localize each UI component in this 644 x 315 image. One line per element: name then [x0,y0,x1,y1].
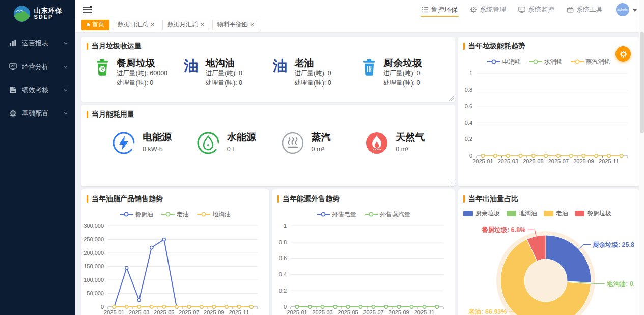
legend-line-marker-icon [317,211,330,218]
energy-item-name: 电能源 [143,131,172,143]
energy-item: 天然气0 m³ [365,131,450,155]
sidebar-item-label: 基础配置 [22,109,63,118]
tab-home[interactable]: 首页 [81,20,109,30]
legend-item-2[interactable]: 蒸汽消耗 [571,58,610,66]
legend-item-0[interactable]: 厨余垃圾 [463,209,500,218]
logo-icon [13,5,31,22]
legend-line-marker-icon [161,211,175,218]
energy-item: 电能源0 kW·h [112,131,197,155]
title-accent-bar [463,195,465,203]
resize-handle[interactable] [449,96,454,101]
app-window: 山东环保 SDEP 运营报表经营分析绩效考核基础配置 鲁控环保系统管理系统监控系… [0,0,644,315]
legend-item-1[interactable]: 外售蒸汽量 [365,210,410,219]
card-title: 当年油脂产品销售趋势 [92,194,163,204]
svg-text:0: 0 [469,153,472,159]
legend-swatch [507,211,516,216]
tab-label: 首页 [92,20,104,29]
svg-text:2025-01: 2025-01 [287,309,307,315]
line-chart-energy-sale: 00.20.40.60.812025-012025-032025-052025-… [272,220,450,315]
legend-item-1[interactable]: 水消耗 [529,58,563,66]
pie-label: 老油: 66.93% [468,308,507,315]
waste-item: 餐厨垃圾进厂量(吨): 60000处理量(吨): 0 [94,58,183,89]
nav-item-lukong-env[interactable]: 鲁控环保 [415,0,464,19]
svg-text:2025-07: 2025-07 [548,158,569,164]
gear-icon [9,109,17,118]
legend-swatch [544,211,553,216]
pie-legend: 厨余垃圾地沟油老油餐厨垃圾 [463,209,639,218]
svg-text:0.4: 0.4 [279,271,287,277]
svg-text:300,000: 300,000 [83,223,104,229]
tab-monthly-summary[interactable]: 数据月汇总× [162,20,209,30]
menu-fold-icon[interactable] [83,5,94,15]
sidebar-item-operations-report[interactable]: 运营报表 [0,32,75,55]
steam-icon [281,131,304,155]
trash-blue-icon [360,58,378,89]
waste-item: 厨余垃圾进厂量(吨): 0处理量(吨): 0 [360,58,450,89]
tab-label: 数据月汇总 [167,20,198,29]
nav-item-system-management[interactable]: 系统管理 [464,0,512,19]
legend-label: 电消耗 [502,58,521,66]
legend-line-marker-icon [365,211,378,218]
waste-item-metric: 处理量(吨): 0 [383,78,422,88]
legend-line-marker-icon [120,211,133,218]
nav-item-label: 系统工具 [576,5,603,14]
close-icon[interactable]: × [250,22,254,28]
sidebar-item-business-analysis[interactable]: 经营分析 [0,55,75,78]
logo-subtitle: SDEP [34,14,63,20]
svg-text:0.4: 0.4 [465,120,472,126]
avatar[interactable]: admin [616,3,629,16]
legend-item-1[interactable]: 地沟油 [507,209,537,218]
sidebar-menu: 运营报表经营分析绩效考核基础配置 [0,27,75,125]
legend-label: 餐厨垃圾 [587,209,611,218]
card-waste-intake: 当月垃圾收运量 餐厨垃圾进厂量(吨): 60000处理量(吨): 0油地沟油进厂… [81,37,455,102]
page-scrollbar-track[interactable] [639,0,644,315]
sidebar: 山东环保 SDEP 运营报表经营分析绩效考核基础配置 [0,0,75,315]
svg-text:2025-07: 2025-07 [363,309,383,315]
waste-item-name: 地沟油 [206,58,242,69]
legend-label: 老油 [556,209,568,218]
svg-text:0.8: 0.8 [465,87,472,93]
legend-item-0[interactable]: 外售电量 [317,210,356,219]
card-title-row: 当年垃圾能耗趋势 [458,37,639,51]
card-title: 当年垃圾能耗趋势 [468,42,525,51]
svg-text:2025-03: 2025-03 [129,309,149,315]
tab-label: 物料平衡图 [217,20,248,29]
svg-text:0.8: 0.8 [279,239,287,245]
svg-text:2025-09: 2025-09 [573,158,594,164]
legend-item-3[interactable]: 餐厨垃圾 [575,209,611,218]
legend-label: 厨余垃圾 [475,209,500,218]
tab-material-balance[interactable]: 物料平衡图× [212,20,259,30]
chevron-down-icon [63,64,68,69]
title-accent-bar [87,195,88,203]
waste-item-name: 餐厨垃圾 [117,58,167,69]
nav-item-system-tools[interactable]: 系统工具 [561,0,609,19]
settings-gear-button[interactable] [615,46,631,62]
chevron-down-icon [633,9,637,12]
close-icon[interactable]: × [151,22,154,28]
legend-item-2[interactable]: 老油 [544,209,568,218]
page-scrollbar-thumb[interactable] [640,32,644,133]
legend-label: 外售蒸汽量 [380,210,410,219]
svg-text:0.6: 0.6 [465,103,472,109]
legend-item-1[interactable]: 老油 [161,210,189,219]
sidebar-item-performance-assessment[interactable]: 绩效考核 [0,78,75,102]
waste-item-text: 地沟油进厂量(吨): 0处理量(吨): 0 [206,58,242,89]
legend-item-2[interactable]: 地沟油 [197,210,231,219]
chart-legend: 餐厨油老油地沟油 [81,210,269,219]
sidebar-item-basic-config[interactable]: 基础配置 [0,102,75,125]
energy-stats-row: 电能源0 kW·h水能源0 t蒸汽0 m³天然气0 m³ [81,119,455,155]
user-menu[interactable]: admin [616,3,637,16]
legend-item-0[interactable]: 电消耗 [487,58,521,66]
svg-text:150,000: 150,000 [83,263,104,269]
waste-item-metric: 处理量(吨): 0 [295,78,331,88]
close-icon[interactable]: × [201,22,204,28]
nav-item-label: 系统监控 [528,5,554,14]
legend-item-0[interactable]: 餐厨油 [120,210,153,219]
tab-daily-summary[interactable]: 数据日汇总× [113,20,159,30]
resize-handle[interactable] [449,181,454,185]
energy-item-name: 水能源 [227,131,256,143]
nav-item-system-monitor[interactable]: 系统监控 [512,0,561,19]
list-icon [422,6,429,13]
svg-text:0.6: 0.6 [279,255,287,261]
chevron-down-icon [63,111,68,116]
